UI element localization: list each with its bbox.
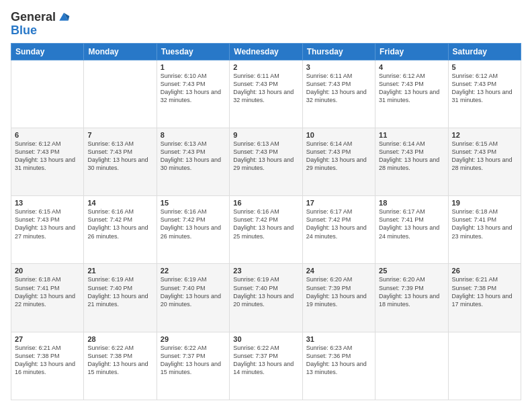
day-number: 15: [161, 199, 226, 207]
day-cell: [375, 332, 448, 400]
day-cell: 30Sunrise: 6:22 AMSunset: 7:37 PMDayligh…: [230, 332, 302, 400]
day-number: 30: [233, 335, 298, 343]
day-number: 4: [379, 63, 444, 71]
day-cell: [448, 332, 521, 400]
day-cell: 5Sunrise: 6:12 AMSunset: 7:43 PMDaylight…: [448, 60, 521, 128]
day-info: Sunrise: 6:16 AMSunset: 7:42 PMDaylight:…: [87, 208, 152, 240]
day-cell: [84, 60, 157, 128]
week-row-5: 27Sunrise: 6:21 AMSunset: 7:38 PMDayligh…: [11, 332, 521, 400]
day-cell: 31Sunrise: 6:23 AMSunset: 7:36 PMDayligh…: [302, 332, 375, 400]
day-info: Sunrise: 6:19 AMSunset: 7:40 PMDaylight:…: [87, 275, 152, 308]
day-number: 28: [87, 335, 152, 343]
day-info: Sunrise: 6:14 AMSunset: 7:43 PMDaylight:…: [379, 140, 444, 173]
day-info: Sunrise: 6:11 AMSunset: 7:43 PMDaylight:…: [306, 72, 371, 105]
day-cell: 28Sunrise: 6:22 AMSunset: 7:38 PMDayligh…: [84, 332, 157, 400]
day-number: 3: [306, 63, 371, 71]
day-info: Sunrise: 6:18 AMSunset: 7:41 PMDaylight:…: [452, 208, 517, 240]
day-info: Sunrise: 6:19 AMSunset: 7:40 PMDaylight:…: [161, 275, 226, 308]
weekday-header-friday: Friday: [375, 43, 448, 60]
day-info: Sunrise: 6:17 AMSunset: 7:41 PMDaylight:…: [379, 208, 444, 240]
day-cell: 2Sunrise: 6:11 AMSunset: 7:43 PMDaylight…: [230, 60, 302, 128]
day-cell: 20Sunrise: 6:18 AMSunset: 7:41 PMDayligh…: [11, 264, 84, 332]
logo-text-general: General: [11, 11, 56, 24]
logo-text-blue: Blue: [11, 24, 71, 38]
day-cell: 9Sunrise: 6:13 AMSunset: 7:43 PMDaylight…: [230, 128, 302, 195]
calendar-table: SundayMondayTuesdayWednesdayThursdayFrid…: [11, 43, 521, 400]
day-info: Sunrise: 6:13 AMSunset: 7:43 PMDaylight:…: [87, 140, 152, 173]
logo: General Blue: [11, 11, 71, 38]
day-info: Sunrise: 6:15 AMSunset: 7:43 PMDaylight:…: [15, 208, 80, 240]
day-info: Sunrise: 6:19 AMSunset: 7:40 PMDaylight:…: [233, 275, 298, 308]
day-number: 24: [306, 267, 371, 275]
day-number: 31: [306, 335, 371, 343]
day-number: 25: [379, 267, 444, 275]
day-number: 26: [452, 267, 517, 275]
day-info: Sunrise: 6:10 AMSunset: 7:43 PMDaylight:…: [161, 72, 226, 105]
day-info: Sunrise: 6:18 AMSunset: 7:41 PMDaylight:…: [15, 275, 80, 308]
day-info: Sunrise: 6:21 AMSunset: 7:38 PMDaylight:…: [452, 275, 517, 308]
day-info: Sunrise: 6:16 AMSunset: 7:42 PMDaylight:…: [233, 208, 298, 240]
day-cell: 13Sunrise: 6:15 AMSunset: 7:43 PMDayligh…: [11, 196, 84, 264]
week-row-3: 13Sunrise: 6:15 AMSunset: 7:43 PMDayligh…: [11, 196, 521, 264]
day-info: Sunrise: 6:21 AMSunset: 7:38 PMDaylight:…: [15, 344, 80, 377]
day-info: Sunrise: 6:11 AMSunset: 7:43 PMDaylight:…: [233, 72, 298, 105]
day-cell: 11Sunrise: 6:14 AMSunset: 7:43 PMDayligh…: [375, 128, 448, 195]
day-cell: 12Sunrise: 6:15 AMSunset: 7:43 PMDayligh…: [448, 128, 521, 195]
day-number: 19: [452, 199, 517, 207]
day-number: 6: [15, 131, 80, 139]
weekday-header-saturday: Saturday: [448, 43, 521, 60]
day-info: Sunrise: 6:23 AMSunset: 7:36 PMDaylight:…: [306, 344, 371, 377]
day-cell: 23Sunrise: 6:19 AMSunset: 7:40 PMDayligh…: [230, 264, 302, 332]
day-cell: 3Sunrise: 6:11 AMSunset: 7:43 PMDaylight…: [302, 60, 375, 128]
day-cell: 26Sunrise: 6:21 AMSunset: 7:38 PMDayligh…: [448, 264, 521, 332]
day-number: 5: [452, 63, 517, 71]
weekday-header-thursday: Thursday: [302, 43, 375, 60]
day-info: Sunrise: 6:13 AMSunset: 7:43 PMDaylight:…: [161, 140, 226, 173]
day-number: 1: [161, 63, 226, 71]
day-cell: 16Sunrise: 6:16 AMSunset: 7:42 PMDayligh…: [230, 196, 302, 264]
day-cell: 4Sunrise: 6:12 AMSunset: 7:43 PMDaylight…: [375, 60, 448, 128]
day-number: 21: [87, 267, 152, 275]
day-info: Sunrise: 6:16 AMSunset: 7:42 PMDaylight:…: [161, 208, 226, 240]
day-info: Sunrise: 6:13 AMSunset: 7:43 PMDaylight:…: [233, 140, 298, 173]
day-info: Sunrise: 6:14 AMSunset: 7:43 PMDaylight:…: [306, 140, 371, 173]
day-number: 22: [161, 267, 226, 275]
day-number: 9: [233, 131, 298, 139]
day-cell: 22Sunrise: 6:19 AMSunset: 7:40 PMDayligh…: [157, 264, 229, 332]
day-cell: 1Sunrise: 6:10 AMSunset: 7:43 PMDaylight…: [157, 60, 229, 128]
weekday-header-tuesday: Tuesday: [157, 43, 229, 60]
day-info: Sunrise: 6:20 AMSunset: 7:39 PMDaylight:…: [379, 275, 444, 308]
day-cell: 29Sunrise: 6:22 AMSunset: 7:37 PMDayligh…: [157, 332, 229, 400]
day-number: 20: [15, 267, 80, 275]
day-cell: 14Sunrise: 6:16 AMSunset: 7:42 PMDayligh…: [84, 196, 157, 264]
day-number: 27: [15, 335, 80, 343]
day-number: 8: [161, 131, 226, 139]
day-number: 11: [379, 131, 444, 139]
day-info: Sunrise: 6:17 AMSunset: 7:42 PMDaylight:…: [306, 208, 371, 240]
header: General Blue: [11, 11, 521, 38]
day-info: Sunrise: 6:12 AMSunset: 7:43 PMDaylight:…: [379, 72, 444, 105]
day-cell: 15Sunrise: 6:16 AMSunset: 7:42 PMDayligh…: [157, 196, 229, 264]
day-info: Sunrise: 6:22 AMSunset: 7:38 PMDaylight:…: [87, 344, 152, 377]
day-number: 13: [15, 199, 80, 207]
day-info: Sunrise: 6:22 AMSunset: 7:37 PMDaylight:…: [161, 344, 226, 377]
day-number: 12: [452, 131, 517, 139]
week-row-1: 1Sunrise: 6:10 AMSunset: 7:43 PMDaylight…: [11, 60, 521, 128]
weekday-header-wednesday: Wednesday: [230, 43, 302, 60]
day-cell: 7Sunrise: 6:13 AMSunset: 7:43 PMDaylight…: [84, 128, 157, 195]
day-number: 23: [233, 267, 298, 275]
day-cell: 27Sunrise: 6:21 AMSunset: 7:38 PMDayligh…: [11, 332, 84, 400]
day-number: 2: [233, 63, 298, 71]
weekday-header-sunday: Sunday: [11, 43, 84, 60]
day-number: 7: [87, 131, 152, 139]
day-cell: 6Sunrise: 6:12 AMSunset: 7:43 PMDaylight…: [11, 128, 84, 195]
day-number: 18: [379, 199, 444, 207]
day-number: 29: [161, 335, 226, 343]
day-cell: 25Sunrise: 6:20 AMSunset: 7:39 PMDayligh…: [375, 264, 448, 332]
day-cell: 21Sunrise: 6:19 AMSunset: 7:40 PMDayligh…: [84, 264, 157, 332]
day-cell: 19Sunrise: 6:18 AMSunset: 7:41 PMDayligh…: [448, 196, 521, 264]
day-cell: 24Sunrise: 6:20 AMSunset: 7:39 PMDayligh…: [302, 264, 375, 332]
day-number: 14: [87, 199, 152, 207]
day-cell: 10Sunrise: 6:14 AMSunset: 7:43 PMDayligh…: [302, 128, 375, 195]
day-number: 16: [233, 199, 298, 207]
